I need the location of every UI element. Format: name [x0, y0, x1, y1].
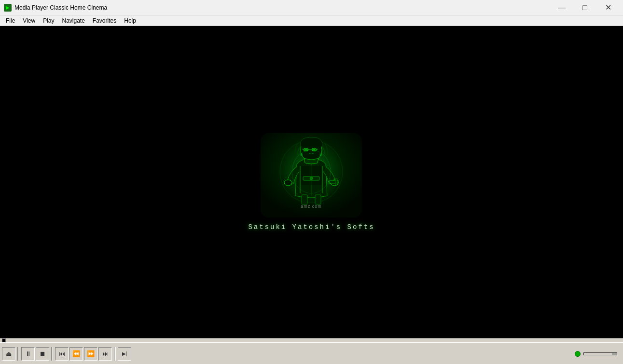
- stop-button[interactable]: ⏹: [36, 347, 49, 361]
- svg-point-26: [300, 153, 303, 156]
- separator-3: [114, 347, 116, 361]
- open-file-button[interactable]: ⏏: [2, 347, 15, 361]
- menu-favorites[interactable]: Favorites: [89, 16, 120, 25]
- volume-area: [575, 351, 621, 357]
- seek-bar[interactable]: [0, 338, 623, 343]
- close-button[interactable]: ✕: [597, 1, 619, 14]
- title-bar: ▶ Media Player Classic Home Cinema — □ ✕: [0, 0, 623, 15]
- frame-step-button[interactable]: ▶|: [118, 347, 131, 361]
- fast-forward-button[interactable]: ⏩: [84, 347, 97, 361]
- minimize-button[interactable]: —: [551, 1, 573, 14]
- play-pause-button[interactable]: ⏸: [21, 347, 35, 361]
- svg-rect-25: [335, 178, 337, 185]
- title-left: ▶ Media Player Classic Home Cinema: [4, 4, 107, 12]
- volume-indicator: [575, 351, 581, 357]
- prev-button[interactable]: ⏮: [55, 347, 69, 361]
- svg-rect-22: [315, 195, 321, 204]
- window-controls: — □ ✕: [551, 1, 619, 14]
- separator-2: [51, 347, 53, 361]
- controls-bar: ⏏ ⏸ ⏹ ⏮ ⏪ ⏩ ⏭ ▶|: [0, 343, 623, 364]
- menu-bar: File View Play Navigate Favorites Help: [0, 15, 623, 26]
- title-text: Media Player Classic Home Cinema: [14, 4, 107, 11]
- splash-image: amz.com: [261, 133, 362, 217]
- svg-rect-21: [302, 195, 307, 204]
- splash-title: Satsuki Yatoshi's Softs: [248, 223, 374, 231]
- seek-bar-inner: [0, 338, 623, 342]
- rewind-button[interactable]: ⏪: [69, 347, 83, 361]
- app-icon: ▶: [4, 4, 12, 12]
- video-area: amz.com Satsuki Yatoshi's Softs: [0, 26, 623, 338]
- seek-thumb: [2, 338, 6, 342]
- splash-container: amz.com Satsuki Yatoshi's Softs: [248, 133, 374, 231]
- next-button[interactable]: ⏭: [98, 347, 112, 361]
- volume-slider[interactable]: [583, 352, 617, 355]
- menu-help[interactable]: Help: [120, 16, 140, 25]
- svg-point-27: [319, 153, 322, 156]
- svg-point-14: [305, 149, 307, 151]
- maximize-button[interactable]: □: [574, 1, 596, 14]
- separator-1: [17, 347, 19, 361]
- svg-text:amz.com: amz.com: [301, 204, 322, 209]
- svg-point-8: [284, 180, 292, 186]
- menu-play[interactable]: Play: [39, 16, 58, 25]
- menu-file[interactable]: File: [2, 16, 19, 25]
- menu-navigate[interactable]: Navigate: [58, 16, 88, 25]
- menu-view[interactable]: View: [19, 16, 39, 25]
- svg-rect-28: [301, 166, 322, 185]
- volume-slider-fill: [584, 353, 612, 355]
